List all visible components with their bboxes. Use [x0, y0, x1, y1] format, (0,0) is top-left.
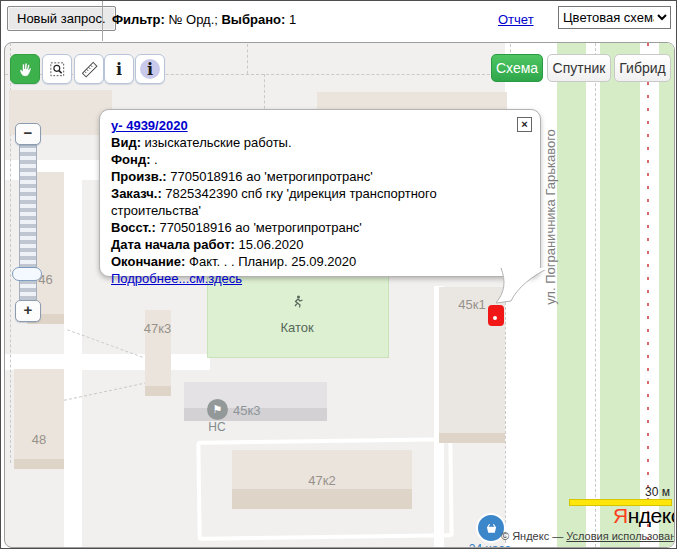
copyright-text: © Яндекс — [501, 530, 566, 542]
dashed-line-v1 [247, 44, 248, 74]
balloon-field-end-date: Окончание: Факт. . . Планир. 25.09.2020 [111, 253, 529, 270]
zoom-out-button[interactable]: − [15, 123, 41, 145]
balloon-more-link[interactable]: Подробнее...см.здесь [111, 271, 242, 286]
yandex-logo-rest: ндекс [628, 504, 675, 527]
balloon-field-proizv: Произв.: 7705018916 ао 'метрогипротранс' [111, 168, 529, 185]
new-request-button[interactable]: Новый запрос. [7, 6, 116, 31]
dashed-line-right [595, 43, 596, 547]
yandex-logo[interactable]: Яндекс [613, 504, 675, 528]
balloon-tail [493, 268, 555, 306]
balloon-field-vid: Вид: изыскательские работы. [111, 134, 529, 151]
green-strip-2 [600, 43, 640, 547]
building-45k3-label: 45к3 [233, 403, 260, 418]
dashed-line-v2 [264, 74, 265, 114]
filter-value: № Орд.; [165, 12, 222, 27]
filter-status: Фильтр: № Орд.; Выбрано: 1 [112, 12, 296, 27]
balloon-field-fond: Фонд: . [111, 151, 529, 168]
zoom-select-button[interactable] [42, 54, 72, 84]
info-alt-button[interactable]: i [135, 54, 165, 84]
balloon-title-link[interactable]: у- 4939/2020 [111, 118, 188, 133]
dashed-line-street [505, 287, 506, 543]
terms-of-use-link[interactable]: Условия использования [566, 530, 675, 542]
ruler-icon [80, 60, 99, 79]
map-marker[interactable] [488, 305, 504, 326]
red-dotted-boundary [647, 43, 649, 547]
balloon-field-start-date: Дата начала работ: 15.06.2020 [111, 236, 529, 253]
info-circle-icon: i [140, 59, 160, 79]
store-poi-label: 24 часа [459, 542, 521, 548]
ruler-button[interactable] [74, 54, 104, 84]
marker-dot [493, 316, 497, 320]
info-icon: i [116, 60, 122, 79]
pan-tool-button[interactable] [10, 54, 40, 84]
building-48 [14, 369, 64, 469]
balloon-field-zakazch: Заказч.: 7825342390 спб гку 'дирекция тр… [111, 185, 529, 219]
info-balloon: у- 4939/2020 Вид: изыскательские работы.… [99, 109, 541, 277]
balloon-close-button[interactable]: × [517, 117, 532, 132]
filter-label: Фильтр: [112, 12, 165, 27]
hand-icon [16, 60, 35, 79]
topbar-divider [102, 1, 103, 41]
green-strip-3 [659, 43, 675, 547]
flag-icon: ⚑ [213, 403, 223, 416]
layer-hybrid-button[interactable]: Гибрид [614, 54, 671, 82]
skater-icon [289, 294, 305, 310]
building-47k2-label: 47к2 [232, 473, 412, 488]
zoom-slider-handle[interactable] [12, 267, 42, 281]
report-link[interactable]: Отчет [498, 12, 534, 27]
green-strip-1 [557, 43, 586, 547]
selected-label: Выбрано: [221, 12, 285, 27]
basket-icon [484, 521, 499, 536]
flag-poi[interactable]: ⚑ [207, 399, 228, 420]
rink-label: Каток [257, 320, 337, 335]
magnifier-select-icon [48, 60, 67, 79]
color-scheme-select[interactable]: Цветовая схема [558, 6, 671, 29]
app-window: Новый запрос. Фильтр: № Орд.; Выбрано: 1… [0, 0, 677, 549]
copyright: © Яндекс — Условия использования [501, 530, 675, 542]
zoom-in-button[interactable]: + [15, 300, 41, 322]
layer-satellite-button[interactable]: Спутник [547, 54, 611, 82]
road-horizontal-mid [5, 354, 210, 370]
info-button[interactable]: i [104, 54, 134, 84]
layer-scheme-button[interactable]: Схема [491, 54, 543, 82]
selected-count: 1 [285, 12, 296, 27]
building-47k3-label: 47к3 [125, 321, 190, 336]
scale-label: 30 м [615, 485, 670, 499]
map-canvas[interactable]: 46 48 47к3 45к3 47к2 45к1 Каток ⚑ НС 2 [4, 42, 675, 548]
balloon-field-vosst: Восст.: 7705018916 ао 'метрогипротранс' [111, 219, 529, 236]
yandex-logo-first-letter: Я [613, 504, 628, 527]
building-48-label: 48 [14, 432, 64, 447]
flag-poi-label: НС [201, 420, 233, 434]
topbar: Новый запрос. Фильтр: № Орд.; Выбрано: 1… [1, 1, 676, 41]
